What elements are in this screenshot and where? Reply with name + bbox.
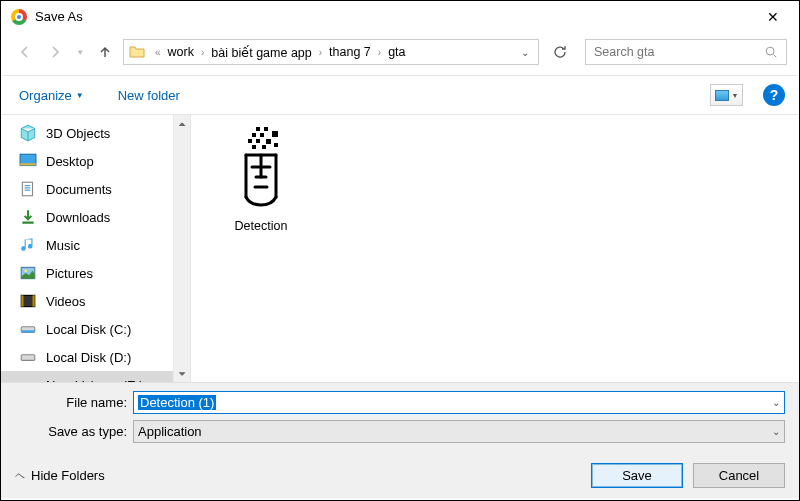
search-input[interactable] [594, 45, 764, 59]
sidebar-item-disk-c[interactable]: Local Disk (C:) [1, 315, 173, 343]
cube-icon [19, 124, 37, 142]
svg-rect-23 [274, 143, 278, 147]
svg-rect-17 [272, 131, 278, 137]
sidebar-item-label: Documents [46, 182, 112, 197]
scroll-down-button[interactable]: ⏷ [174, 365, 190, 382]
sidebar-item-label: Local Disk (D:) [46, 350, 131, 365]
documents-icon [19, 180, 37, 198]
svg-rect-15 [252, 133, 256, 137]
file-icon [221, 123, 301, 213]
sidebar: 3D Objects Desktop Documents Downloads M… [1, 115, 173, 382]
organize-menu[interactable]: Organize▼ [15, 85, 88, 106]
back-button[interactable] [13, 40, 37, 64]
svg-rect-21 [252, 145, 256, 149]
svg-rect-8 [33, 295, 35, 306]
svg-rect-20 [266, 139, 271, 144]
search-box[interactable] [585, 39, 787, 65]
chevron-up-icon: ヘ [15, 469, 25, 483]
disk-icon [19, 348, 37, 366]
music-icon [19, 236, 37, 254]
filename-input[interactable]: Detection (1) ⌄ [133, 391, 785, 414]
refresh-button[interactable] [547, 39, 573, 65]
search-icon [764, 45, 778, 59]
filename-value: Detection (1) [138, 395, 216, 410]
filename-history-dropdown[interactable]: ⌄ [772, 397, 780, 408]
sidebar-item-3d-objects[interactable]: 3D Objects [1, 119, 173, 147]
breadcrumb-overflow[interactable]: « [155, 47, 161, 58]
hide-folders-button[interactable]: ヘ Hide Folders [15, 468, 105, 483]
type-dropdown-icon: ⌄ [772, 426, 780, 437]
new-folder-button[interactable]: New folder [114, 85, 184, 106]
svg-rect-16 [260, 133, 264, 137]
desktop-icon [19, 152, 37, 170]
svg-rect-22 [262, 145, 266, 149]
svg-point-5 [24, 269, 27, 272]
type-select[interactable]: Application ⌄ [133, 420, 785, 443]
svg-rect-18 [248, 139, 252, 143]
breadcrumb-segment[interactable]: bài biết game app [209, 43, 313, 62]
svg-rect-3 [22, 182, 32, 196]
sidebar-item-pictures[interactable]: Pictures [1, 259, 173, 287]
sidebar-item-label: Music [46, 238, 80, 253]
recent-dropdown[interactable]: ▾ [73, 40, 87, 64]
scroll-up-button[interactable]: ⏶ [174, 115, 190, 132]
sidebar-item-label: Local Disk (C:) [46, 322, 131, 337]
sidebar-item-music[interactable]: Music [1, 231, 173, 259]
sidebar-item-label: Pictures [46, 266, 93, 281]
svg-rect-7 [21, 295, 23, 306]
view-mode-button[interactable]: ▼ [710, 84, 743, 106]
sidebar-item-documents[interactable]: Documents [1, 175, 173, 203]
sidebar-item-disk-e[interactable]: New Volume (E:) [1, 371, 173, 382]
file-label: Detection [211, 219, 311, 233]
up-button[interactable] [93, 40, 117, 64]
svg-rect-14 [264, 127, 268, 131]
close-button[interactable]: ✕ [757, 9, 789, 25]
sidebar-item-videos[interactable]: Videos [1, 287, 173, 315]
window-title: Save As [35, 9, 757, 24]
folder-icon [128, 43, 146, 61]
chrome-icon [11, 9, 27, 25]
file-item[interactable]: Detection [211, 123, 311, 233]
disk-icon [19, 376, 37, 382]
sidebar-item-desktop[interactable]: Desktop [1, 147, 173, 175]
sidebar-item-label: Desktop [46, 154, 94, 169]
sidebar-item-label: 3D Objects [46, 126, 110, 141]
save-button[interactable]: Save [591, 463, 683, 488]
disk-icon [19, 320, 37, 338]
chevron-right-icon: › [378, 47, 381, 58]
caret-down-icon: ▼ [732, 92, 739, 99]
breadcrumb-segment[interactable]: gta [386, 43, 407, 61]
chevron-right-icon: › [319, 47, 322, 58]
type-label: Save as type: [15, 424, 133, 439]
sidebar-scrollbar[interactable]: ⏶ ⏷ [173, 115, 190, 382]
breadcrumb-segment[interactable]: thang 7 [327, 43, 373, 61]
type-value: Application [138, 424, 202, 439]
breadcrumb-history[interactable]: ⌄ [516, 47, 534, 58]
sidebar-item-label: Videos [46, 294, 86, 309]
caret-down-icon: ▼ [76, 91, 84, 100]
view-thumbnails-icon [715, 90, 729, 101]
svg-point-0 [766, 47, 774, 55]
downloads-icon [19, 208, 37, 226]
sidebar-item-downloads[interactable]: Downloads [1, 203, 173, 231]
help-button[interactable]: ? [763, 84, 785, 106]
svg-rect-13 [256, 127, 260, 131]
svg-rect-2 [20, 163, 36, 165]
pictures-icon [19, 264, 37, 282]
cancel-button[interactable]: Cancel [693, 463, 785, 488]
sidebar-item-disk-d[interactable]: Local Disk (D:) [1, 343, 173, 371]
videos-icon [19, 292, 37, 310]
breadcrumb-bar[interactable]: « work › bài biết game app › thang 7 › g… [123, 39, 539, 65]
sidebar-item-label: Downloads [46, 210, 110, 225]
file-pane[interactable]: Detection [190, 115, 799, 382]
sidebar-item-label: New Volume (E:) [46, 378, 144, 383]
breadcrumb-segment[interactable]: work [166, 43, 196, 61]
svg-rect-11 [21, 355, 35, 361]
chevron-right-icon: › [201, 47, 204, 58]
svg-rect-19 [256, 139, 260, 143]
filename-label: File name: [15, 395, 133, 410]
svg-rect-10 [21, 330, 35, 332]
forward-button[interactable] [43, 40, 67, 64]
